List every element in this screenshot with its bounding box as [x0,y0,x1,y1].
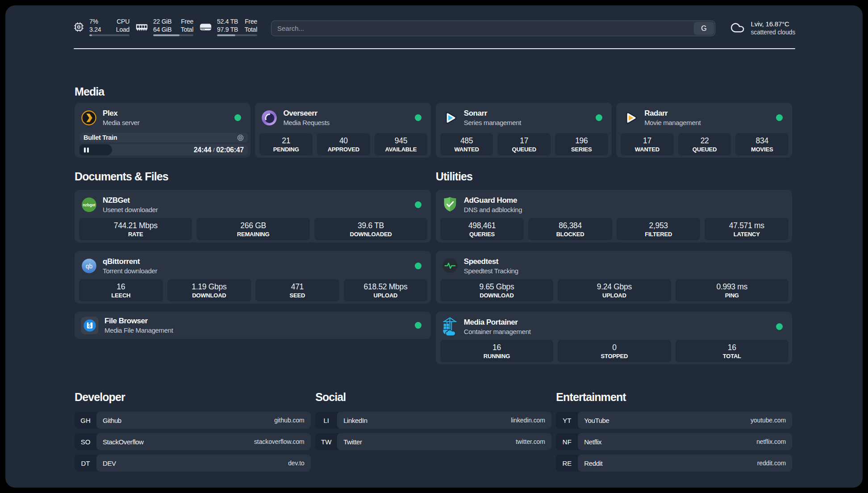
bookmark-abbr: TW [315,433,337,450]
overseerr-icon [261,110,277,126]
stat-value: 21 [259,136,313,146]
plex-icon [81,110,97,126]
stat-tile: 22 QUEUED [678,133,731,155]
bookmark-netflix[interactable]: NF Netflix netflix.com [556,433,792,450]
memory-free-label: Free [181,18,193,26]
stat-label: FILTERED [617,231,701,238]
stat-value: 498,461 [440,221,524,230]
service-card-adguard[interactable]: AdGuard Home DNS and adblocking 498,461 … [436,190,792,242]
bookmark-url: twitter.com [516,438,545,445]
bookmark-name: Netflix [584,438,601,446]
cpu-progress-fill [89,34,92,36]
stat-label: SERIES [555,146,608,153]
stat-label: REMAINING [196,231,309,238]
now-playing-title: Bullet Train [83,133,237,142]
search-provider-button[interactable]: G [694,22,714,35]
service-description: Media Requests [283,118,409,127]
memory-widget: 22 GiB Free 64 GiB Total [136,18,193,36]
memory-progress-fill [153,34,179,36]
bookmark-name: Reddit [584,460,602,467]
stat-value: 9.24 Gbps [558,282,671,292]
stat-label: LEECH [79,292,163,299]
stat-tile: 16 RUNNING [440,340,553,362]
service-card-sonarr[interactable]: Sonarr Series management 485 WANTED 17 Q… [436,103,612,158]
cpu-load-value: 3.24 [89,26,101,34]
bookmark-name: LinkedIn [343,417,367,424]
cpu-icon [74,22,84,32]
service-card-portainer[interactable]: Media Portainer Container management 16 … [436,312,792,364]
topbar-divider [74,48,795,49]
stat-tile: 21 PENDING [259,133,313,155]
stat-label: RATE [79,231,192,238]
status-dot [234,114,241,121]
bookmark-name: Twitter [343,438,362,446]
section-title-developer: Developer [75,390,311,404]
stat-label: DOWNLOADED [314,231,427,238]
stat-label: DOWNLOAD [167,292,251,299]
stat-value: 16 [79,282,163,292]
bookmark-url: youtube.com [751,417,786,424]
adguard-icon [442,197,458,213]
cpu-widget: 7% CPU 3.24 Load [74,18,129,36]
search-input[interactable] [271,21,694,36]
bookmark-abbr: NF [556,433,578,450]
stat-tile: 471 SEED [255,279,339,301]
stat-tile: 16 LEECH [79,279,163,301]
filebrowser-icon [81,317,99,334]
service-card-speedtest[interactable]: Speedtest Speedtest Tracking 9.65 Gbps D… [436,251,792,304]
stat-value: 471 [255,282,339,292]
service-description: Media server [103,118,229,127]
stat-value: 16 [676,343,789,352]
pause-button[interactable] [84,147,89,152]
service-card-nzbget[interactable]: nzbget NZBGet Usenet downloader 744.21 M… [75,190,431,242]
service-name: File Browser [104,316,409,326]
bookmark-youtube[interactable]: YT YouTube youtube.com [556,412,792,429]
video-camera-icon [237,134,244,141]
stat-value: 2,953 [617,221,701,230]
bookmark-url: reddit.com [757,460,786,467]
speedtest-icon [442,258,458,274]
bookmark-abbr: LI [315,412,337,429]
stat-label: QUEUED [497,146,551,153]
bookmark-github[interactable]: GH Github github.com [75,412,311,429]
service-card-filebrowser[interactable]: File Browser Media File Management [75,312,431,339]
weather-location-temp: Lviv, 16.87°C [751,20,795,28]
service-name: AdGuard Home [464,196,787,205]
status-dot [415,201,421,208]
stat-value: 618.52 Mbps [344,282,428,292]
bookmark-url: github.com [274,417,304,424]
service-card-radarr[interactable]: Radarr Movie management 17 WANTED 22 QUE… [616,103,792,158]
section-title-media: Media [75,85,792,98]
service-card-plex[interactable]: Plex Media server Bullet Train [75,103,250,158]
stat-value: 22 [678,136,731,146]
service-card-overseerr[interactable]: Overseerr Media Requests 21 PENDING 40 A… [255,103,431,158]
section-title-social: Social [315,390,551,404]
bookmark-url: dev.to [288,460,305,467]
stat-value: 17 [497,136,551,146]
bookmark-reddit[interactable]: RE Reddit reddit.com [556,455,792,472]
stat-tile: 40 APPROVED [317,133,370,155]
stat-tile: 9.65 Gbps DOWNLOAD [440,279,553,301]
stat-tile: 0.993 ms PING [676,279,789,301]
stat-tile: 498,461 QUERIES [440,218,524,240]
disk-widget: 52.4 TB Free 97.9 TB Total [200,18,257,36]
memory-free-value: 22 GiB [153,18,171,26]
bookmark-stackoverflow[interactable]: SO StackOverflow stackoverflow.com [75,433,311,450]
service-description: Movie management [644,118,770,127]
bookmark-group-entertainment: Entertainment YT YouTube youtube.com NF … [556,390,792,472]
radarr-icon [622,110,638,126]
bookmark-abbr: SO [75,433,96,450]
bookmark-linkedin[interactable]: LI LinkedIn linkedin.com [315,412,551,429]
service-card-qbittorrent[interactable]: qb qBittorrent Torrent downloader 16 LEE… [75,251,431,304]
disk-total-label: Total [245,26,257,34]
status-dot [776,114,783,121]
bookmark-dev[interactable]: DT DEV dev.to [75,455,311,472]
cpu-label: CPU [117,18,129,26]
bookmark-abbr: GH [75,412,96,429]
bookmark-group-developer: Developer GH Github github.com SO StackO… [75,390,311,472]
bookmark-twitter[interactable]: TW Twitter twitter.com [315,433,551,450]
bookmark-name: Github [103,417,121,424]
stat-value: 86,384 [528,221,612,230]
service-description: Torrent downloader [103,267,409,275]
nzbget-icon: nzbget [81,197,97,213]
